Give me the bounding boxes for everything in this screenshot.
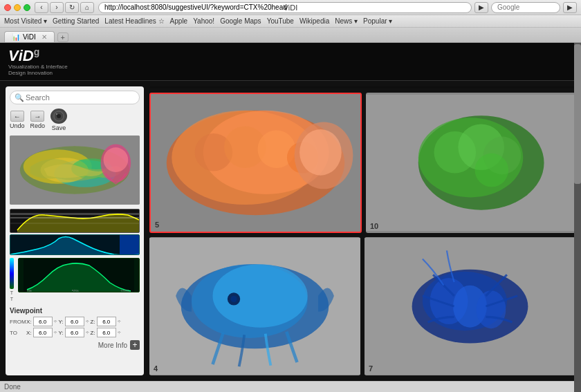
grid-item-10[interactable]: 10 — [366, 93, 575, 233]
grid-label-4: 4 — [154, 364, 158, 373]
nav-buttons: ‹ › ↻ ⌂ — [35, 2, 94, 13]
viewpoint-from-row: FROM X: ÷ Y: ÷ — [10, 317, 140, 326]
tab-bar: 📊 ViDI ✕ + — [0, 28, 581, 43]
traffic-lights — [4, 4, 30, 11]
svg-point-63 — [230, 296, 237, 302]
back-button[interactable]: ‹ — [35, 2, 48, 13]
redo-icon: → — [30, 111, 44, 122]
home-button[interactable]: ⌂ — [80, 2, 94, 13]
grid-label-10: 10 — [370, 222, 378, 230]
bookmark-news[interactable]: News ▾ — [335, 17, 358, 25]
save-button[interactable]: Save — [50, 109, 67, 131]
from-y-group: Y: ÷ — [59, 317, 89, 326]
svg-point-57 — [475, 153, 508, 187]
undo-icon: ← — [10, 111, 24, 122]
to-x-group: X: ÷ — [26, 328, 57, 337]
histogram-bottom: 0% 50% 100% — [18, 258, 140, 292]
titlebar: ‹ › ↻ ⌂ ▶ ▶ ViDI — [0, 0, 581, 15]
tab-label: ViDI — [23, 33, 36, 41]
bookmark-yahoo[interactable]: Yahoo! — [193, 17, 214, 25]
close-button[interactable] — [4, 4, 11, 11]
svg-text:50%: 50% — [72, 289, 80, 292]
address-bar-container: ▶ ▶ — [98, 2, 577, 13]
tab-vidi[interactable]: 📊 ViDI ✕ — [4, 31, 55, 42]
from-label: FROM — [10, 319, 25, 325]
bracket-left-a — [0, 86, 1, 375]
logo-text: ViDg — [8, 47, 68, 64]
bookmark-apple[interactable]: Apple — [170, 17, 188, 25]
panel-search[interactable]: 🔍 — [10, 91, 140, 104]
right-scrollbar[interactable] — [574, 43, 581, 392]
svg-point-1 — [57, 114, 61, 118]
from-x-input[interactable] — [33, 317, 53, 326]
to-y-input[interactable] — [65, 328, 84, 337]
add-icon[interactable]: + — [130, 340, 140, 350]
svg-text:100%: 100% — [120, 289, 129, 292]
bookmark-youtube[interactable]: YouTube — [267, 17, 294, 25]
scrollbar-thumb[interactable] — [574, 44, 581, 184]
bookmark-google-maps[interactable]: Google Maps — [220, 17, 261, 25]
preview-svg — [10, 136, 140, 205]
grid-label-5: 5 — [155, 221, 159, 229]
viewpoint-to-row: TO X: ÷ Y: ÷ — [10, 328, 140, 337]
svg-point-2 — [56, 113, 57, 115]
to-x-input[interactable] — [33, 328, 53, 337]
maximize-button[interactable] — [24, 4, 30, 11]
reload-button[interactable]: ↻ — [65, 2, 79, 13]
status-text: Done — [4, 383, 21, 391]
page-header: ViDg Visualization & Interface Design In… — [0, 43, 581, 81]
save-icon — [50, 109, 67, 124]
bookmark-latest-headlines[interactable]: Latest Headlines ☆ — [104, 17, 164, 25]
grid-item-5[interactable]: 5 — [149, 93, 362, 233]
right-content: (B) (C) — [149, 86, 575, 375]
grid-item-7[interactable]: 7 — [365, 237, 575, 375]
bookmark-most-visited[interactable]: Most Visited ▾ — [4, 17, 47, 25]
redo-button[interactable]: → Redo — [30, 111, 46, 129]
forward-button[interactable]: › — [50, 2, 64, 13]
bookmark-wikipedia[interactable]: Wikipedia — [299, 17, 329, 25]
histogram-cyan — [10, 234, 140, 255]
svg-text:0%: 0% — [27, 289, 33, 292]
main-viz: ▶ 🔊 — [149, 86, 575, 88]
color-slider[interactable] — [10, 258, 14, 289]
viewpoint-title: Viewpoint — [10, 307, 140, 315]
viewpoint-section: Viewpoint FROM X: ÷ Y: — [10, 307, 140, 350]
from-y-input[interactable] — [65, 317, 84, 326]
tab-close-icon[interactable]: ✕ — [42, 33, 47, 41]
viz-controls: ▶ 🔊 — [149, 86, 575, 88]
logo-subtitle-2: Design Innovation — [8, 70, 68, 76]
bookmarks-bar: Most Visited ▾ Getting Started Latest He… — [0, 15, 581, 28]
from-z-input[interactable] — [97, 317, 116, 326]
bottom-grid: 5 — [149, 93, 575, 233]
search-go-button[interactable]: ▶ — [563, 2, 577, 13]
from-x-group: X: ÷ — [26, 317, 57, 326]
browser-content: ViDg Visualization & Interface Design In… — [0, 43, 581, 392]
grid-item-4[interactable]: 4 — [149, 237, 360, 375]
from-z-group: Z: ÷ — [91, 317, 121, 326]
to-label: TO — [10, 330, 25, 336]
search-input[interactable] — [26, 93, 135, 102]
page-body: (A) 🔍 — [0, 81, 581, 381]
undo-button[interactable]: ← Undo — [10, 111, 25, 129]
status-bar: Done — [0, 381, 581, 392]
preview-image — [10, 136, 140, 205]
redo-label: Redo — [30, 122, 46, 129]
logo-subtitle-1: Visualization & Interface — [8, 64, 68, 70]
histogram-yellow — [10, 209, 140, 233]
to-y-group: Y: ÷ — [59, 328, 89, 337]
panel-toolbar: ← Undo → Redo — [10, 109, 140, 131]
more-info-label: More Info — [98, 342, 127, 349]
bookmark-popular[interactable]: Popular ▾ — [363, 17, 392, 25]
new-tab-button[interactable]: + — [57, 32, 68, 42]
browser-search-input[interactable] — [491, 2, 560, 13]
to-z-input[interactable] — [97, 328, 116, 337]
content-area: (A) 🔍 — [6, 86, 575, 375]
svg-point-50 — [299, 129, 342, 176]
minimize-button[interactable] — [14, 4, 21, 11]
more-info[interactable]: More Info + — [10, 340, 140, 350]
svg-point-69 — [477, 290, 506, 328]
go-button[interactable]: ▶ — [474, 2, 488, 13]
bookmark-getting-started[interactable]: Getting Started — [53, 17, 99, 25]
page-wrapper: ViDg Visualization & Interface Design In… — [0, 43, 581, 392]
save-label: Save — [52, 124, 66, 131]
